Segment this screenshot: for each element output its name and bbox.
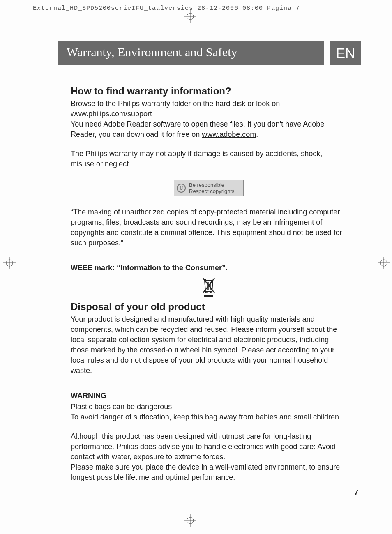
crop-mark	[30, 0, 30, 12]
paragraph: Please make sure you place the device in…	[71, 462, 347, 483]
heading-warning: WARNING	[71, 391, 347, 400]
registration-mark-icon	[184, 10, 196, 23]
text: Respect copyrights	[189, 188, 235, 194]
text: .	[256, 130, 258, 138]
page-number: 7	[354, 488, 358, 497]
paragraph: To avoid danger of suffocation, keep thi…	[71, 412, 347, 422]
body-content: How to find warranty information? Browse…	[71, 85, 347, 483]
text: You need Adobe Reader software to open t…	[71, 120, 324, 138]
paragraph: Plastic bags can be dangerous	[71, 402, 347, 412]
paragraph: Browse to the Philips warranty folder on…	[71, 99, 347, 119]
print-slug-header: External_HD_SPD5200serieIFU_taalversies …	[33, 5, 300, 12]
copyright-icon: U	[177, 184, 186, 193]
heading-weee: WEEE mark: “Information to the Consumer”…	[71, 264, 347, 272]
weee-bin-icon	[71, 276, 347, 299]
language-badge: EN	[330, 41, 361, 65]
page-title-bar: Warranty, Environment and Safety	[58, 41, 324, 65]
paragraph: You need Adobe Reader software to open t…	[71, 119, 347, 140]
svg-point-16	[205, 291, 207, 293]
title-row: Warranty, Environment and Safety EN	[71, 41, 346, 65]
adobe-link[interactable]: www.adobe.com	[202, 130, 256, 138]
paragraph: Your product is designed and manufacture…	[71, 314, 347, 376]
registration-mark-icon	[3, 257, 16, 269]
text: Be responsible	[189, 182, 224, 188]
page-content: Warranty, Environment and Safety EN How …	[71, 41, 346, 483]
crop-mark	[363, 522, 363, 534]
heading-disposal: Disposal of your old product	[71, 301, 347, 313]
paragraph-copyright-quote: “The making of unauthorized copies of co…	[71, 207, 347, 248]
crop-mark	[363, 0, 363, 12]
registration-mark-icon	[184, 514, 196, 527]
crop-mark	[30, 522, 30, 534]
paragraph: The Philips warranty may not apply if da…	[71, 149, 347, 169]
copyright-text: Be responsible Respect copyrights	[189, 182, 235, 194]
registration-mark-icon	[378, 257, 390, 269]
copyright-box: U Be responsible Respect copyrights	[174, 180, 244, 196]
heading-warranty: How to find warranty information?	[71, 85, 347, 97]
svg-point-17	[210, 291, 212, 293]
svg-rect-20	[204, 295, 213, 297]
paragraph: Although this product has been designed …	[71, 431, 347, 462]
